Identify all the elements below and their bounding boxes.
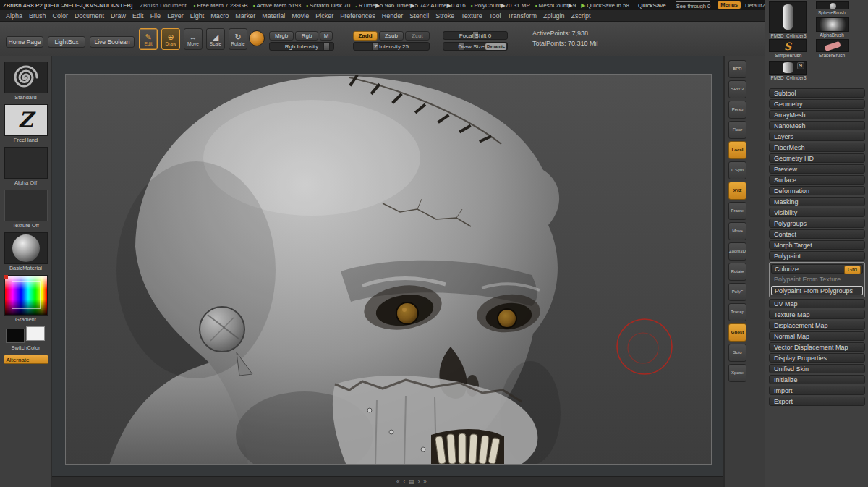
sphere-brush-thumbnail[interactable] [816,1,849,9]
right-shelf-button[interactable]: Zoom3D [728,242,746,261]
colorize-button[interactable]: Colorize Grd [771,264,863,274]
polypaint-from-polygroups-button[interactable]: Polypaint From Polygroups [771,286,863,295]
right-shelf-button[interactable]: Local [728,141,746,159]
subpalette-button[interactable]: Visibility [769,208,865,217]
right-shelf-button[interactable]: L.Sym [728,161,746,179]
subpalette-button[interactable]: NanoMesh [769,121,865,130]
subpalette-button[interactable]: Masking [769,197,865,206]
subpalette-button[interactable]: Layers [769,132,865,141]
switch-color-widget[interactable] [6,326,46,344]
subpalette-button[interactable]: Surface [769,175,865,185]
focal-shift-slider[interactable]: Focal Shift 0 [443,31,508,40]
menu-item[interactable]: Alpha [6,12,22,20]
basic-material-icon[interactable] [4,232,48,264]
menu-item[interactable]: Stencil [409,12,429,20]
menu-item[interactable]: Transform [507,12,537,20]
menu-item[interactable]: Movie [292,12,309,20]
eraser-brush-thumbnail[interactable] [816,39,849,52]
mode-button[interactable]: ✎ Edit [139,28,158,50]
subpalette-button[interactable]: Vector Displacement Map [769,342,865,352]
see-through-slider[interactable]: See-through 0 [676,1,711,9]
subpalette-button[interactable]: Polygroups [769,219,865,228]
right-shelf-button[interactable]: Move [728,222,746,240]
brush-picker[interactable]: Standard [4,62,48,101]
subpalette-button[interactable]: Contact [769,229,865,239]
subpalette-button[interactable]: Preview [769,164,865,174]
menu-item[interactable]: Color [53,12,69,20]
menu-item[interactable]: Edit [132,12,144,20]
canvas-scrollbar-horizontal[interactable]: «‹▤›» [52,476,723,487]
menu-item[interactable]: Brush [29,12,46,20]
right-shelf-button[interactable]: Ghost [728,323,746,342]
right-shelf-button[interactable]: PolyF [728,283,746,301]
subpalette-button[interactable]: ArrayMesh [769,110,865,119]
right-shelf-button[interactable]: Persp [728,101,746,119]
menu-item[interactable]: Picker [315,12,333,20]
right-shelf-button[interactable]: Floor [728,121,746,139]
right-shelf-button[interactable]: XYZ [728,182,746,200]
menu-item[interactable]: Marker [235,12,255,20]
menu-item[interactable]: Material [262,12,285,20]
material-picker[interactable]: BasicMaterial [4,232,48,271]
zsub-button[interactable]: Zsub [379,31,404,41]
texture-off-icon[interactable] [4,190,48,221]
subpalette-button[interactable]: Morph Target [769,240,865,250]
switch-color[interactable]: SwitchColor [6,326,46,351]
menu-item[interactable]: Light [190,12,205,20]
secondary-color-swatch[interactable] [26,326,45,341]
menu-item[interactable]: Zplugin [543,12,565,20]
stroke-picker[interactable]: Z FreeHand [4,104,48,143]
right-shelf-button[interactable]: Solo [728,344,746,362]
menu-item[interactable]: Preferences [340,12,375,20]
canvas-area[interactable] [52,56,723,476]
color-picker[interactable]: Gradient [4,275,48,323]
subpalette-button[interactable]: Import [769,386,865,395]
mode-button[interactable]: ↔ Move [184,28,203,50]
menu-item[interactable]: Render [382,12,404,20]
menus-button[interactable]: Menus [718,1,741,9]
alpha-off-icon[interactable] [4,147,48,179]
sculpt-viewport[interactable] [66,75,712,465]
subpalette-button[interactable]: Subtool [769,88,865,98]
document-viewport[interactable] [65,74,712,465]
right-shelf-button[interactable]: Rotate [728,263,746,281]
live-boolean-button[interactable]: Live Boolean [90,36,135,48]
m-button[interactable]: M [320,31,333,41]
menu-item[interactable]: File [150,12,161,20]
rgb-button[interactable]: Rgb [295,31,318,41]
subpalette-button[interactable]: Display Properties [769,353,865,363]
subpalette-button[interactable]: Texture Map [769,310,865,319]
z-intensity-slider[interactable]: Z Intensity 25 [353,42,430,51]
subpalette-button[interactable]: Geometry [769,99,865,109]
zcut-button[interactable]: Zcut [405,31,430,41]
mode-button[interactable]: ↻ Rotate [229,28,247,50]
zadd-button[interactable]: Zadd [353,31,378,41]
subpalette-button[interactable]: UV Map [769,299,865,308]
grd-toggle[interactable]: Grd [844,266,861,274]
gradient-inner-square[interactable] [12,281,41,309]
subpalette-button[interactable]: Normal Map [769,331,865,341]
alternate-button[interactable]: Alternate [4,355,48,364]
right-shelf-button[interactable]: Xpose [728,364,746,382]
quicksave-button[interactable]: QuickSave [638,2,666,9]
standard-brush-icon[interactable] [4,62,48,93]
lightbox-button[interactable]: LightBox [48,36,85,48]
subpalette-button[interactable]: Deformation [769,186,865,195]
home-page-button[interactable]: Home Page [6,36,43,48]
simple-brush-thumbnail[interactable]: S [769,39,807,52]
menu-item[interactable]: Zscript [571,12,591,20]
menu-item[interactable]: Tool [489,12,501,20]
dynamic-toggle[interactable]: Dynamic [485,43,506,50]
scroll-controls[interactable]: «‹▤›» [396,478,430,485]
mode-button[interactable]: ⊕ Draw [161,28,180,50]
subpalette-button[interactable]: Polypaint [769,251,865,261]
menu-item[interactable]: Draw [111,12,126,20]
subpalette-button[interactable]: FiberMesh [769,143,865,152]
alpha-brush-thumbnail[interactable] [816,17,849,32]
freehand-stroke-icon[interactable]: Z [4,104,48,136]
rgb-intensity-slider[interactable]: Rgb Intensity [269,42,334,51]
menu-item[interactable]: Stroke [435,12,454,20]
subpalette-button[interactable]: Initialize [769,375,865,384]
mrgb-button[interactable]: Mrgb [269,31,294,41]
menu-item[interactable]: Macro [210,12,229,20]
